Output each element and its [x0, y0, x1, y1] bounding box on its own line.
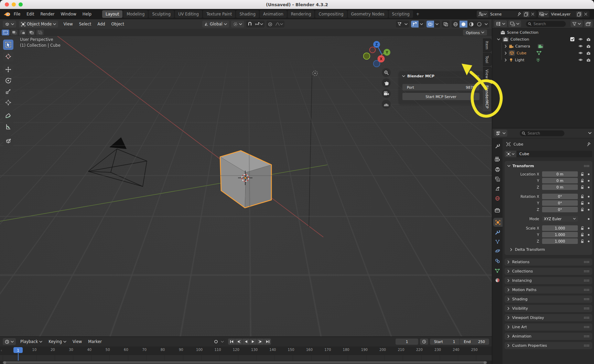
tool-cursor[interactable] — [3, 51, 13, 62]
workspace-tab-animation[interactable]: Animation — [260, 10, 287, 18]
show-overlays-toggle[interactable] — [426, 21, 434, 28]
play-reverse-button[interactable] — [242, 339, 249, 345]
shading-wireframe-button[interactable] — [452, 21, 460, 28]
section-shading[interactable]: Shading — [505, 296, 592, 303]
gizmo-axis-x[interactable]: X — [378, 55, 385, 63]
tab-output-properties[interactable] — [492, 165, 503, 174]
cube-object[interactable] — [220, 151, 271, 208]
delta-transform-section[interactable]: Delta Transform — [510, 247, 590, 252]
outliner-display-mode-button[interactable] — [494, 20, 507, 27]
view-layer-name[interactable]: ViewLayer — [549, 12, 573, 17]
add-workspace-button[interactable]: + — [414, 10, 422, 18]
outliner-row-light[interactable]: Light — [492, 56, 594, 63]
tool-add-cube[interactable] — [3, 136, 13, 146]
workspace-tab-sculpting[interactable]: Sculpting — [149, 10, 174, 18]
tool-move[interactable] — [3, 64, 13, 75]
outliner-search[interactable] — [526, 21, 566, 27]
cube-render-toggle[interactable] — [586, 50, 591, 56]
animate-scale-z-dot[interactable] — [588, 240, 590, 242]
lock-rotation-z-icon[interactable] — [581, 207, 584, 212]
new-scene-button[interactable] — [523, 11, 529, 17]
playhead-line[interactable] — [18, 352, 19, 361]
lock-scale-z-icon[interactable] — [581, 239, 584, 243]
viewport-canvas[interactable]: User Perspective (1) Collection | Cube — [0, 36, 492, 336]
menu-file[interactable]: File — [11, 11, 23, 17]
section-custom-properties[interactable]: Custom Properties — [505, 342, 592, 349]
section-animation[interactable]: Animation — [505, 333, 592, 340]
overlays-dropdown[interactable] — [434, 21, 440, 28]
start-mcp-server-button[interactable]: Start MCP Server — [402, 93, 479, 100]
select-mode-set-button[interactable] — [2, 30, 9, 35]
sidebar-tab-blendermcp[interactable]: BlenderMCP — [483, 82, 492, 112]
transform-collapse-icon[interactable] — [507, 165, 510, 167]
tool-rotate[interactable] — [3, 75, 13, 86]
object-name-field[interactable]: Cube — [517, 151, 592, 157]
lock-rotation-y-icon[interactable] — [581, 201, 584, 205]
proportional-falloff-selector[interactable] — [274, 21, 284, 28]
tab-render-properties[interactable] — [492, 154, 503, 163]
workspace-tab-rendering[interactable]: Rendering — [288, 10, 315, 18]
play-button[interactable] — [250, 339, 257, 345]
camera-object[interactable] — [88, 137, 147, 186]
animate-location-y-dot[interactable] — [588, 180, 590, 182]
pan-view-button[interactable] — [382, 78, 391, 87]
workspace-tab-layout[interactable]: Layout — [102, 10, 122, 18]
workspace-tab-geometry-nodes[interactable]: Geometry Nodes — [348, 10, 388, 18]
timeline-collapse-arrow[interactable]: ‹ — [1, 349, 2, 352]
light-render-toggle[interactable] — [586, 57, 591, 63]
scale-x-field[interactable]: 1.000 — [542, 225, 578, 231]
workspace-tab-texture-paint[interactable]: Texture Paint — [203, 10, 235, 18]
toggle-orthographic-button[interactable] — [382, 100, 391, 109]
show-gizmo-toggle[interactable] — [411, 21, 419, 28]
viewport-menu-object[interactable]: Object — [108, 22, 127, 26]
timeline-ruler[interactable]: 1020304050607080901001101201301401501601… — [0, 346, 492, 355]
outliner-filter-button[interactable] — [571, 20, 583, 27]
sidebar-tab-view[interactable]: View — [483, 67, 492, 81]
rotation-y-field[interactable]: 0° — [542, 200, 578, 206]
viewport-menu-view[interactable]: View — [60, 22, 76, 26]
tab-world-properties[interactable] — [492, 194, 503, 203]
gizmo-axis-neg-y[interactable] — [364, 53, 370, 60]
properties-editor-type-button[interactable] — [494, 130, 507, 137]
rotation-z-field[interactable]: 0° — [542, 207, 578, 212]
tab-scene-properties[interactable] — [492, 184, 503, 193]
light-object[interactable] — [313, 71, 317, 76]
timeline-track[interactable] — [0, 355, 492, 361]
select-mode-extend-button[interactable] — [10, 30, 18, 35]
collection-checkbox[interactable] — [570, 36, 575, 42]
outliner-search-input[interactable] — [533, 21, 564, 26]
new-collection-button[interactable] — [584, 20, 593, 27]
end-frame-field[interactable]: End 250 — [460, 340, 489, 344]
pin-scene-icon[interactable] — [517, 12, 521, 16]
gizmo-axis-z[interactable]: Z — [373, 41, 380, 48]
breadcrumb-object-name[interactable]: Cube — [514, 142, 523, 147]
select-mode-invert-button[interactable] — [28, 30, 35, 35]
section-viewport-display[interactable]: Viewport Display — [505, 314, 592, 321]
light-expand-icon[interactable] — [505, 58, 507, 62]
section-visibility[interactable]: Visibility — [505, 305, 592, 312]
remove-view-layer-icon[interactable] — [584, 12, 587, 16]
panel-grip[interactable] — [474, 75, 479, 77]
light-hide-toggle[interactable] — [578, 57, 583, 63]
cube-label[interactable]: Cube — [517, 51, 526, 55]
outliner-row-collection[interactable]: Collection — [492, 36, 594, 43]
shading-solid-button[interactable] — [460, 21, 467, 28]
jump-to-start-button[interactable] — [228, 339, 235, 345]
menu-help[interactable]: Help — [79, 11, 95, 17]
animate-rotation-y-dot[interactable] — [588, 202, 590, 204]
animate-scale-x-dot[interactable] — [588, 227, 590, 229]
transform-panel-header[interactable]: Transform — [507, 163, 590, 169]
scene-name[interactable]: Scene — [488, 12, 504, 17]
scene-browse-icon[interactable] — [477, 11, 488, 18]
cube-expand-icon[interactable] — [505, 52, 507, 55]
sidebar-tab-item[interactable]: Item — [483, 39, 492, 52]
animate-location-x-dot[interactable] — [588, 173, 590, 175]
mode-selector[interactable]: Object Mode — [19, 21, 58, 28]
workspace-tab-shading[interactable]: Shading — [236, 10, 259, 18]
panel-collapse-icon[interactable] — [402, 75, 405, 77]
section-line-art[interactable]: Line Art — [505, 323, 592, 331]
transform-grip[interactable] — [584, 165, 590, 167]
proportional-editing-toggle[interactable] — [267, 21, 274, 28]
timeline-menu-view[interactable]: View — [69, 339, 85, 344]
viewport-menu-select[interactable]: Select — [76, 22, 94, 26]
